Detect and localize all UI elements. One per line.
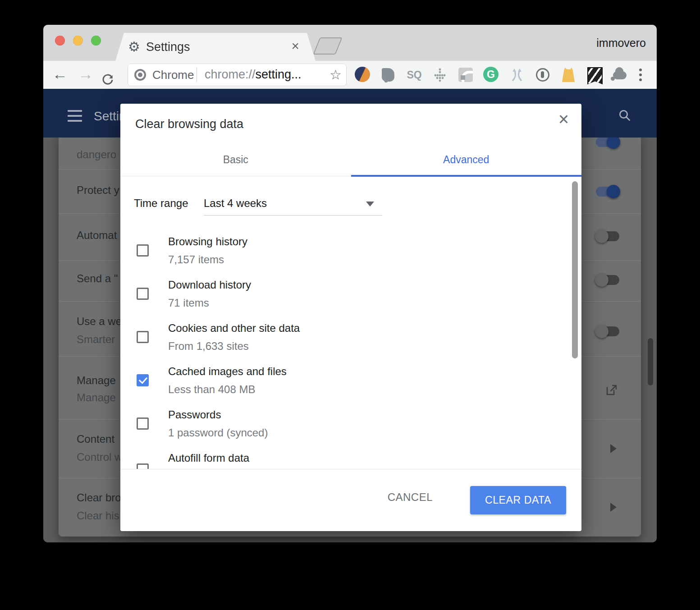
row-text: dangero — [77, 148, 116, 161]
back-button[interactable]: ← — [50, 61, 70, 89]
grammarly-extension-icon[interactable]: G — [483, 67, 499, 83]
item-passwords: Passwords 1 password (synced) — [120, 408, 581, 452]
onepassword-extension-icon[interactable] — [535, 67, 551, 83]
sq-glyph: SQ — [406, 67, 422, 83]
banner-extension-icon[interactable] — [586, 67, 602, 83]
url-separator — [197, 67, 197, 82]
item-browsing-history: Browsing history 7,157 items — [120, 235, 581, 279]
chrome-logo-icon — [134, 69, 146, 81]
tab-basic[interactable]: Basic — [120, 147, 351, 176]
tab-advanced[interactable]: Advanced — [351, 147, 582, 176]
browser-window: ⚙ Settings × immovero ← → Chrome chrome:… — [43, 25, 657, 542]
url-scheme: chrome:// — [205, 68, 256, 81]
row-text: Manage — [77, 374, 116, 387]
checkbox-cookies[interactable] — [137, 331, 149, 343]
toggle-off[interactable] — [596, 231, 619, 241]
honey-extension-icon[interactable] — [560, 67, 576, 83]
toggle-off[interactable] — [596, 326, 619, 336]
item-sublabel: 1 password (synced) — [168, 427, 268, 439]
sq-extension-icon[interactable]: SQ — [406, 67, 422, 83]
bookmark-star-icon[interactable]: ☆ — [329, 67, 342, 83]
cancel-button[interactable]: CANCEL — [388, 491, 433, 504]
item-label: Browsing history — [168, 235, 247, 248]
row-text: Protect y — [77, 184, 119, 197]
url-path: setting... — [256, 68, 302, 81]
elephant-glyph — [382, 68, 394, 82]
checkbox-browsing-history[interactable] — [137, 244, 149, 257]
checkbox-download-history[interactable] — [137, 288, 149, 300]
hamburger-menu-icon[interactable] — [68, 110, 82, 122]
keyhole-glyph — [536, 68, 549, 82]
tab-strip: ⚙ Settings × immovero — [43, 25, 657, 61]
tab-title: Settings — [146, 40, 190, 54]
gray-swoosh-extension-icon[interactable] — [458, 67, 474, 83]
close-window-button[interactable] — [55, 36, 65, 46]
time-range-dropdown[interactable]: Last 4 weeks — [204, 192, 382, 216]
minimize-window-button[interactable] — [73, 36, 83, 46]
chevron-right-icon[interactable] — [610, 503, 617, 512]
item-cookies: Cookies and other site data From 1,633 s… — [120, 322, 581, 365]
item-sublabel: 7,157 items — [168, 253, 224, 266]
banner-glyph — [587, 67, 603, 84]
row-text: Clear bro — [77, 491, 121, 504]
external-link-icon[interactable] — [605, 383, 618, 397]
swirl-extension-icon[interactable] — [355, 67, 371, 83]
item-sublabel: 71 items — [168, 297, 209, 309]
chevron-right-icon[interactable] — [610, 444, 617, 453]
browser-menu-button[interactable] — [634, 67, 647, 83]
dialog-footer: CANCEL CLEAR DATA — [120, 469, 581, 531]
fullscreen-window-button[interactable] — [91, 36, 101, 46]
item-label: Cached images and files — [168, 365, 287, 378]
reload-icon — [101, 73, 114, 87]
item-label: Cookies and other site data — [168, 322, 300, 335]
toggle-on[interactable] — [596, 187, 619, 197]
cloud-glyph — [613, 71, 627, 79]
selected-tab-underline — [351, 175, 582, 177]
item-label: Passwords — [168, 408, 221, 421]
swirl-glyph — [355, 67, 370, 82]
url-bar[interactable]: Chrome chrome://setting... ☆ — [128, 64, 347, 86]
tab-settings[interactable]: ⚙ Settings × — [115, 33, 316, 61]
row-text: Clear his — [77, 509, 119, 522]
row-text: Content — [77, 433, 114, 445]
time-range-value: Last 4 weeks — [204, 197, 267, 210]
cloud-extension-icon[interactable] — [612, 67, 628, 83]
window-scrollbar[interactable] — [648, 338, 653, 385]
url-text[interactable]: chrome://setting... — [205, 68, 302, 82]
forward-button[interactable]: → — [76, 61, 96, 89]
tab-close-icon[interactable]: × — [291, 38, 299, 54]
row-text: Send a " — [77, 272, 118, 285]
dialog-close-icon[interactable]: × — [558, 110, 569, 128]
toggle-off[interactable] — [596, 275, 619, 285]
reload-button[interactable] — [101, 68, 114, 82]
row-text: Manage — [77, 391, 116, 404]
checkbox-cached-images[interactable] — [137, 374, 149, 386]
item-sublabel: Less than 408 MB — [168, 383, 255, 396]
dotted-arrow-glyph — [432, 67, 448, 83]
item-label: Download history — [168, 279, 251, 291]
browser-toolbar: ← → Chrome chrome://setting... ☆ SQ — [43, 61, 657, 89]
item-cached-images: Cached images and files Less than 408 MB — [120, 365, 581, 408]
toggle-on[interactable] — [596, 137, 619, 147]
row-text: Use a we — [77, 315, 122, 328]
row-text: Automat — [77, 229, 117, 242]
honey-glyph — [561, 68, 576, 82]
split-arrows-extension-icon[interactable] — [509, 67, 525, 83]
clear-data-button[interactable]: CLEAR DATA — [470, 486, 566, 514]
dotted-arrow-extension-icon[interactable] — [432, 67, 448, 83]
dialog-title: Clear browsing data — [135, 117, 243, 131]
row-text: Control w — [77, 451, 122, 463]
new-tab-button[interactable] — [313, 37, 342, 55]
search-icon[interactable] — [618, 109, 631, 122]
settings-gear-favicon: ⚙ — [128, 39, 140, 55]
split-arrows-glyph — [509, 67, 525, 83]
dialog-scrollbar[interactable] — [572, 181, 578, 358]
grammarly-g-glyph: G — [483, 67, 499, 82]
swoosh-glyph — [458, 68, 473, 82]
item-download-history: Download history 71 items — [120, 279, 581, 322]
item-sublabel: From 1,633 sites — [168, 340, 249, 353]
profile-name: immovero — [596, 37, 646, 50]
item-autofill: Autofill form data — [120, 452, 581, 469]
checkbox-passwords[interactable] — [137, 417, 149, 430]
evernote-extension-icon[interactable] — [380, 67, 397, 83]
